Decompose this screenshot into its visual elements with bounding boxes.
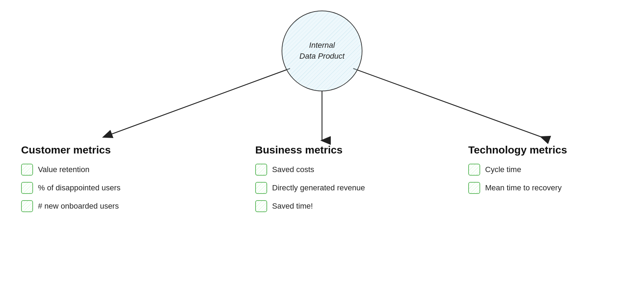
svg-line-5: [353, 68, 541, 137]
diagram-container: Internal Data Product Customer metrics V…: [0, 0, 644, 288]
list-item: Directly generated revenue: [255, 182, 389, 194]
business-metrics-title: Business metrics: [255, 144, 389, 156]
metric-label: Value retention: [38, 165, 89, 174]
list-item: Value retention: [21, 164, 155, 176]
checkbox-generated-revenue: [255, 182, 267, 194]
technology-metrics-title: Technology metrics: [468, 144, 623, 156]
checkbox-new-onboarded: [21, 200, 33, 212]
metric-label: Saved costs: [272, 165, 314, 174]
list-item: Cycle time: [468, 164, 623, 176]
section-customer-metrics: Customer metrics Value retention % of di…: [21, 144, 155, 218]
metric-label: Directly generated revenue: [272, 183, 365, 192]
customer-metrics-title: Customer metrics: [21, 144, 155, 156]
svg-line-3: [104, 68, 290, 137]
metric-label: Mean time to recovery: [485, 183, 562, 192]
section-business-metrics: Business metrics Saved costs Directly ge…: [255, 144, 389, 218]
metric-label: Saved time!: [272, 202, 313, 211]
center-circle: Internal Data Product: [282, 11, 362, 91]
list-item: Saved time!: [255, 200, 389, 212]
section-technology-metrics: Technology metrics Cycle time Mean time …: [468, 144, 623, 200]
list-item: # new onboarded users: [21, 200, 155, 212]
list-item: Saved costs: [255, 164, 389, 176]
center-circle-text: Internal Data Product: [300, 40, 344, 62]
checkbox-value-retention: [21, 164, 33, 176]
list-item: % of disappointed users: [21, 182, 155, 194]
checkbox-disappointed-users: [21, 182, 33, 194]
metric-label: # new onboarded users: [38, 202, 119, 211]
metric-label: % of disappointed users: [38, 183, 121, 192]
metric-label: Cycle time: [485, 165, 521, 174]
checkbox-saved-time: [255, 200, 267, 212]
list-item: Mean time to recovery: [468, 182, 623, 194]
checkbox-mean-time-recovery: [468, 182, 480, 194]
checkbox-cycle-time: [468, 164, 480, 176]
checkbox-saved-costs: [255, 164, 267, 176]
